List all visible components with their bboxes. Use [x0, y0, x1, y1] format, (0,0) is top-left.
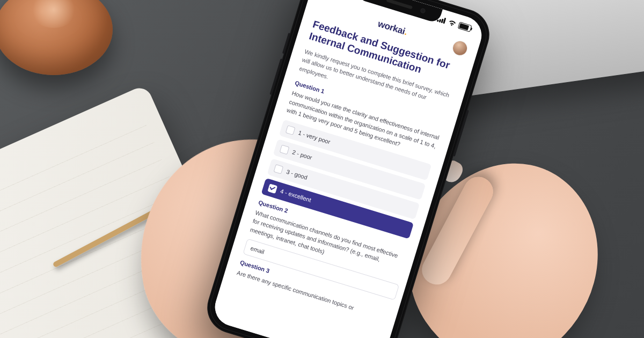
- option-label: 2 - poor: [291, 149, 313, 161]
- option-label: 1 - very poor: [297, 129, 331, 145]
- option-label: 3 - good: [286, 168, 308, 181]
- checkbox-icon: [274, 164, 284, 174]
- battery-icon: [458, 21, 472, 32]
- checkbox-icon: [286, 125, 296, 135]
- brand-logo: workai.: [377, 19, 409, 38]
- volume-up-button[interactable]: [282, 33, 291, 54]
- option-label: 4 - excellent: [280, 188, 312, 203]
- checkbox-checked-icon: [268, 183, 278, 194]
- avatar[interactable]: [451, 40, 469, 57]
- wifi-icon: [448, 19, 457, 27]
- checkbox-icon: [280, 144, 290, 155]
- plant-pot-prop: [0, 0, 113, 75]
- desk-scene: 9:41 workai. Feedback and Suggestion for…: [0, 0, 644, 338]
